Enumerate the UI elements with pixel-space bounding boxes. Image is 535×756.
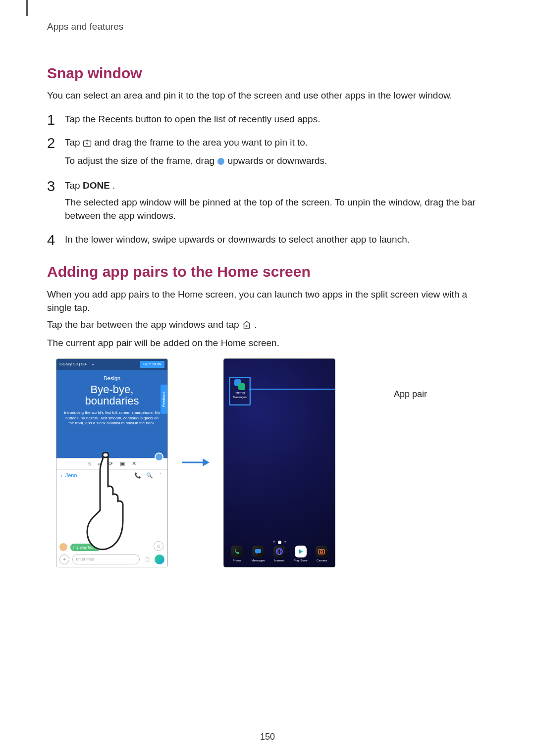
dock-label-playstore: Play Store (294, 559, 308, 562)
step-2: Tap and drag the frame to the area you w… (47, 136, 488, 169)
more-icon: ⋮ (158, 472, 163, 480)
svg-rect-0 (83, 141, 91, 147)
home-add-icon (242, 319, 252, 333)
breadcrumb: Apps and features (47, 20, 488, 34)
camera-icon: ◻ (143, 555, 152, 564)
dock-label-phone: Phone (233, 559, 241, 562)
snap-window-steps: Tap the Recents button to open the list … (47, 112, 488, 247)
step-3-text-a: Tap (65, 180, 83, 191)
slogan-line2: boundaries (85, 395, 139, 407)
camera-app-icon (316, 546, 327, 557)
design-label: Design (56, 375, 167, 383)
dock-app-internet: Internet (273, 546, 285, 563)
message-bubble: my way home (70, 544, 101, 552)
step-1-text: Tap the Recents button to open the list … (65, 114, 320, 124)
app-pairs-p1: When you add app pairs to the Home scree… (47, 288, 488, 315)
dock-app-messages: Messages (251, 546, 265, 563)
svg-rect-8 (255, 549, 261, 553)
snap-window-intro: You can select an area and pin it to the… (47, 89, 488, 102)
close-mini-icon: ✕ (132, 460, 136, 468)
heading-snap-window: Snap window (47, 62, 488, 84)
figure-phone-right: Internet Messages Phone (223, 358, 335, 567)
dock-app-phone: Phone (231, 546, 243, 563)
svg-marker-7 (203, 458, 210, 466)
snap-frame-icon (83, 137, 92, 151)
step-4-text: In the lower window, swipe upwards or do… (65, 234, 410, 245)
slogan-line1: Bye-bye, (91, 383, 134, 396)
figure-wrapper: Galaxy S8 | S8+ ⌄ BUY NOW Design Bye-bye… (47, 358, 488, 567)
pip-mini-icon: ▣ (120, 460, 125, 468)
home-dock: Phone Messages Internet (224, 546, 335, 563)
topbar-title: Galaxy S8 | S8+ (59, 361, 88, 367)
dock-app-camera: Camera (316, 546, 327, 563)
svg-point-2 (217, 158, 224, 165)
step-3-sub: The selected app window will be pinned a… (65, 196, 488, 223)
swap-mini-icon: ⟳ (108, 460, 113, 468)
home-add-mini-icon: ⌂ (88, 460, 91, 468)
split-controls-bar: ⌂ ▱ ⟳ ▣ ✕ (56, 458, 167, 470)
compose-bar: + Enter mes ◻ (59, 554, 164, 565)
app-pair-callout: App pair (394, 388, 427, 401)
step-2-sub-a: To adjust the size of the frame, drag (65, 155, 217, 166)
section-tab-marker (26, 0, 28, 16)
page-indicator (224, 541, 335, 544)
app-pair-label-1: Internet (230, 391, 250, 395)
search-icon: 🔍 (146, 472, 153, 480)
back-chevron-icon: ‹ (60, 472, 62, 480)
svg-point-10 (278, 549, 281, 554)
step-3-done: DONE (83, 180, 110, 191)
app-pairs-p2: Tap the bar between the app windows and … (47, 318, 488, 333)
slogan: Bye-bye, boundaries (56, 384, 167, 406)
app-pair-label-2: Messages (230, 396, 250, 399)
step-4: In the lower window, swipe upwards or do… (47, 233, 488, 247)
app-pairs-p2b: . (254, 319, 257, 330)
drag-handle-dot-icon (217, 155, 225, 169)
buy-now-button: BUY NOW (140, 361, 164, 368)
figure-phone-left: Galaxy S8 | S8+ ⌄ BUY NOW Design Bye-bye… (56, 358, 168, 567)
phone-icon (231, 546, 243, 557)
messages-icon (252, 546, 264, 557)
snap-window-mini-icon: ▱ (98, 460, 102, 468)
messages-panel: ‹ Jenn 📞 🔍 ⋮ my way home ☺ + (56, 470, 167, 567)
internet-icon (273, 546, 285, 557)
dock-label-messages: Messages (251, 559, 265, 562)
step-2-text-b: and drag the frame to the area you want … (94, 137, 308, 148)
browser-top-bar: Galaxy S8 | S8+ ⌄ BUY NOW (56, 359, 167, 370)
dock-label-camera: Camera (317, 559, 327, 562)
app-pair-shortcut: Internet Messages (229, 377, 251, 405)
arrow-right-icon (181, 456, 211, 468)
step-1: Tap the Recents button to open the list … (47, 112, 488, 126)
attach-plus-icon: + (59, 554, 69, 564)
call-icon: 📞 (134, 472, 141, 480)
callout-leader-line (249, 389, 335, 390)
app-pairs-p2a: Tap the bar between the app windows and … (47, 319, 242, 330)
contact-name: Jenn (65, 472, 77, 480)
heading-app-pairs: Adding app pairs to the Home screen (47, 261, 488, 283)
send-button-icon (155, 554, 164, 564)
svg-point-14 (321, 551, 323, 553)
avatar-icon (59, 543, 67, 551)
compose-field: Enter mes (72, 554, 140, 564)
step-3: Tap DONE . The selected app window will … (47, 179, 488, 223)
feedback-tab: Feedback (160, 385, 167, 414)
page-number: 150 (0, 730, 535, 743)
hero-blurb: Introducing the world's first full-scree… (56, 406, 167, 426)
app-pair-icon (234, 379, 245, 390)
profile-circle-icon: ☺ (154, 541, 163, 551)
svg-point-1 (87, 143, 88, 145)
step-3-text-c: . (112, 180, 115, 191)
svg-point-9 (276, 549, 282, 554)
dock-label-internet: Internet (274, 559, 284, 562)
app-pairs-p3: The current app pair will be added on th… (47, 336, 488, 350)
chevron-down-icon: ⌄ (91, 361, 95, 367)
resize-handle-icon (155, 453, 163, 461)
playstore-icon (295, 546, 307, 557)
step-2-text-a: Tap (65, 137, 83, 148)
step-2-sub-b: upwards or downwards. (228, 155, 327, 166)
dock-app-playstore: Play Store (294, 546, 308, 563)
